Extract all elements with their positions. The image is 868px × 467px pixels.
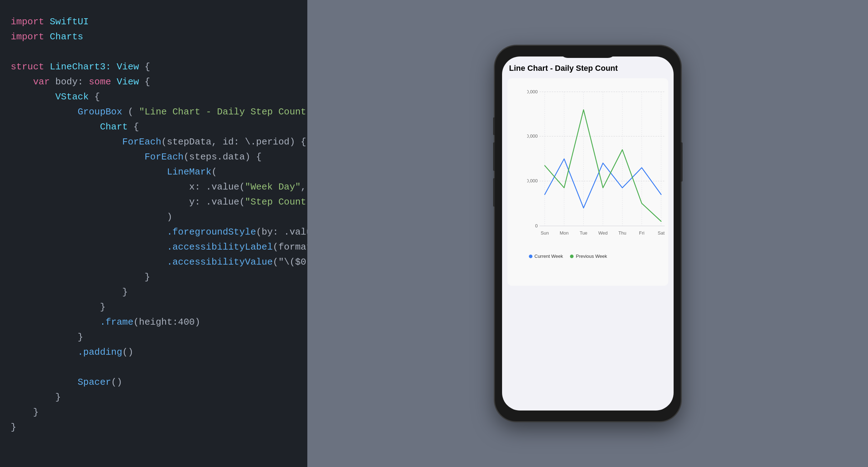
code-line: Chart { — [11, 119, 297, 134]
legend-current-week: Current Week — [529, 254, 563, 259]
code-line: ) — [11, 210, 297, 225]
code-line: ForEach(steps.data) { — [11, 149, 297, 164]
svg-text:30,000: 30,000 — [527, 89, 538, 94]
svg-text:Tue: Tue — [580, 231, 587, 236]
current-week-dot — [529, 255, 532, 258]
phone-volume-down-button — [493, 178, 495, 207]
chart-title: Line Chart - Daily Step Count — [509, 64, 668, 73]
code-line: .frame(height:400) — [11, 315, 297, 330]
svg-text:Fri: Fri — [639, 231, 644, 236]
chart-svg: 30,000 20,000 10,000 0 Sun Mon Tue Wed T… — [527, 84, 665, 248]
code-line: VStack { — [11, 89, 297, 104]
current-week-label: Current Week — [535, 254, 563, 259]
code-line: import SwiftUI — [11, 14, 297, 29]
code-line: GroupBox ( "Line Chart - Daily Step Coun… — [11, 104, 297, 119]
phone-notch — [559, 46, 616, 58]
svg-text:20,000: 20,000 — [527, 133, 538, 139]
svg-text:Mon: Mon — [560, 231, 569, 236]
phone-silent-button — [493, 117, 495, 135]
code-line: var body: some View { — [11, 74, 297, 89]
code-line: ForEach(stepData, id: \.period) { steps … — [11, 134, 297, 149]
chart-area: 30,000 20,000 10,000 0 Sun Mon Tue Wed T… — [507, 78, 668, 286]
svg-text:Thu: Thu — [618, 231, 626, 236]
code-line: Spacer() — [11, 375, 297, 390]
phone-panel: Line Chart - Daily Step Count — [307, 0, 868, 467]
previous-week-label: Previous Week — [576, 254, 607, 259]
code-line: } — [11, 420, 297, 435]
code-line: .accessibilityLabel(formatDate(date: $0.… — [11, 240, 297, 255]
svg-text:0: 0 — [535, 223, 537, 228]
code-line: .accessibilityValue("\($0.steps) Steps") — [11, 255, 297, 270]
svg-text:10,000: 10,000 — [527, 178, 538, 183]
code-line: } — [11, 405, 297, 420]
previous-week-dot — [570, 255, 574, 258]
chart-container: Line Chart - Daily Step Count — [502, 56, 674, 411]
code-line: } — [11, 285, 297, 300]
code-line: x: .value("Week Day", $0.shortDay), — [11, 180, 297, 195]
code-line: struct LineChart3: View { — [11, 59, 297, 74]
code-line: import Charts — [11, 29, 297, 44]
code-editor: import SwiftUI import Charts struct Line… — [0, 0, 307, 467]
svg-text:Sun: Sun — [540, 231, 549, 236]
svg-text:Sat: Sat — [658, 231, 665, 236]
phone-screen: Line Chart - Daily Step Count — [502, 56, 674, 411]
code-line — [11, 360, 297, 375]
code-line: } — [11, 390, 297, 405]
svg-text:Wed: Wed — [598, 231, 607, 236]
code-line: y: .value("Step Count", $0.steps) — [11, 195, 297, 210]
code-line: .foregroundStyle(by: .value("Week", step… — [11, 225, 297, 240]
phone-frame: Line Chart - Daily Step Count — [495, 46, 681, 421]
code-line: } — [11, 270, 297, 285]
chart-legend: Current Week Previous Week — [529, 254, 665, 259]
code-line: } — [11, 330, 297, 345]
code-line — [11, 44, 297, 59]
legend-previous-week: Previous Week — [570, 254, 607, 259]
code-line: .padding() — [11, 345, 297, 360]
phone-volume-up-button — [493, 142, 495, 171]
code-line: LineMark( — [11, 164, 297, 180]
code-line: } — [11, 300, 297, 315]
phone-power-button — [681, 142, 683, 182]
